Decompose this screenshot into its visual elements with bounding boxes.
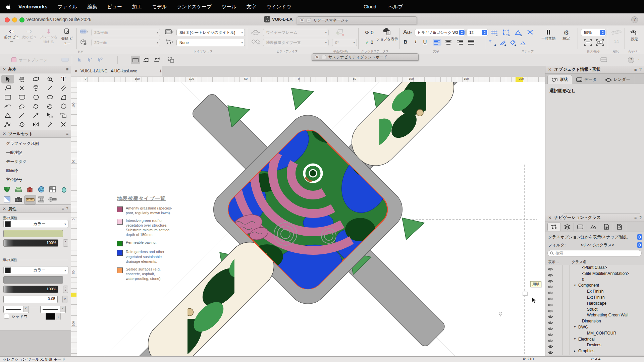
snap-smart-angle-icon[interactable] — [519, 39, 527, 47]
viewport-style-icon[interactable] — [251, 39, 261, 45]
navigation-header[interactable]: ✕ ナビゲーション - クラス ≡ ? — [545, 214, 644, 222]
font-style-icon[interactable]: Aa▾ — [402, 29, 413, 36]
align-justify-button[interactable] — [467, 39, 476, 46]
eyedropper-tool[interactable] — [15, 111, 28, 120]
double-line-tool[interactable] — [57, 84, 70, 93]
menu-item[interactable]: ビュー — [107, 4, 122, 10]
tab-data[interactable]: データ — [572, 75, 601, 84]
line-style-end-select[interactable]: ˅ — [40, 306, 66, 313]
class-row[interactable]: Ext Finish — [545, 295, 644, 301]
viewport-style-select[interactable]: 地表被覆タイプ一覧 — [263, 39, 329, 46]
zoom-tool[interactable] — [44, 75, 56, 83]
ellipse-tool[interactable] — [44, 93, 56, 102]
regular-polygon-tool[interactable] — [57, 102, 70, 111]
class-row[interactable]: MM_CONTOUR — [545, 330, 644, 337]
fill-mode-select[interactable]: カラー — [3, 220, 68, 228]
snap-point-icon[interactable] — [488, 39, 497, 47]
autoplane-toggle[interactable]: オートプレーン — [19, 57, 47, 63]
visibility-eye-icon[interactable] — [548, 350, 553, 355]
panel-help-icon[interactable]: ? — [639, 216, 642, 220]
snap-pause-button[interactable]: 一時無効 — [539, 29, 558, 41]
camera-tool[interactable] — [13, 195, 24, 204]
class-row[interactable]: DWG — [545, 324, 644, 330]
class-list[interactable]: <Plant Class> <Site Modifier Annotation> — [545, 265, 644, 355]
sustainability-palette-bar[interactable]: ✕ − サステナビリティダッシュボード — [312, 53, 419, 61]
class-row[interactable]: <Site Modifier Annotation> — [545, 271, 644, 277]
panel-help-icon[interactable]: ? — [639, 67, 642, 72]
expand-arrow-icon[interactable] — [574, 350, 577, 353]
line-weight-field[interactable]: 0.05 — [3, 296, 58, 303]
help-button[interactable]: ? — [631, 16, 638, 23]
stepper-icon[interactable] — [637, 242, 642, 248]
view-mode-select[interactable]: 2D/平面 — [91, 29, 160, 36]
fill-opacity-slider[interactable]: 100% — [3, 239, 58, 247]
horizontal-ruler[interactable]: 015010050050100150200 — [77, 77, 545, 82]
palette-menu-icon[interactable]: ≡ — [66, 67, 68, 72]
close-tab-icon[interactable]: ✕ — [74, 69, 78, 73]
filter-value[interactable]: <すべてのクラス> — [581, 242, 634, 248]
panel-menu-icon[interactable]: ≡ — [634, 67, 637, 72]
freehand-tool[interactable] — [1, 102, 14, 111]
class-row[interactable]: Dimension — [545, 318, 644, 324]
toolset-item[interactable]: 図面枠 — [0, 166, 71, 175]
layers-tab-icon[interactable] — [561, 223, 574, 231]
triangle-tool[interactable] — [1, 111, 14, 120]
saved-views-tab-icon[interactable] — [587, 223, 600, 231]
cursor-plus-mode-icon[interactable] — [85, 56, 95, 64]
view-settings-button[interactable]: 設定 — [627, 29, 642, 42]
stepper-icon[interactable] — [600, 30, 605, 35]
underline-button[interactable]: U — [421, 39, 429, 45]
align-center-button[interactable] — [444, 39, 453, 46]
bolt-tool[interactable] — [47, 195, 58, 204]
menu-item[interactable]: ウインドウ — [266, 4, 291, 10]
maximize-window-button[interactable] — [19, 17, 24, 22]
align-plane-button[interactable]: ⬇プレーンを 揃える — [38, 28, 59, 44]
site-tool[interactable] — [13, 185, 24, 194]
terrain-tool[interactable] — [15, 102, 28, 111]
align-left-button[interactable] — [433, 39, 441, 46]
split-tool[interactable] — [44, 120, 56, 129]
class-row[interactable]: Webnetting Green Wall — [545, 312, 644, 318]
class-row[interactable]: Struct — [545, 307, 644, 313]
references-tab-icon[interactable] — [613, 223, 626, 231]
italic-button[interactable]: I — [412, 39, 419, 45]
palette-help-icon[interactable]: ? — [66, 206, 68, 211]
select-similar-tool[interactable] — [44, 111, 56, 120]
class-select-icon[interactable] — [165, 39, 174, 45]
class-row[interactable]: Electrical — [545, 337, 644, 343]
font-name-select[interactable]: ヒラギノ角ゴシック W3 — [415, 29, 466, 36]
stepper-icon[interactable] — [637, 234, 642, 240]
line-weight-stepper[interactable]: ˅ — [62, 296, 67, 303]
class-row[interactable]: Component — [545, 283, 644, 289]
toolset-item[interactable]: グラフィック凡例 — [0, 139, 71, 148]
close-icon[interactable]: ✕ — [3, 206, 6, 211]
object-info-header[interactable]: ✕ オブジェクト情報 - 形状 ≡ ? — [545, 66, 644, 74]
line-tool[interactable] — [44, 84, 56, 93]
fill-color-bar[interactable] — [3, 230, 63, 237]
classes-tab-icon[interactable] — [547, 223, 561, 231]
grid-tool[interactable] — [47, 185, 58, 194]
expand-arrow-icon[interactable] — [574, 284, 577, 287]
render-mode-select[interactable]: ワイヤーフレーム — [263, 29, 329, 36]
plants-tool[interactable] — [1, 185, 13, 194]
class-row[interactable]: Ex Finish — [545, 289, 644, 295]
magic-wand-tool[interactable] — [30, 111, 42, 120]
lasso-marquee-mode[interactable] — [142, 56, 151, 64]
render-teapot-icon[interactable] — [251, 29, 261, 36]
tab-shape[interactable]: 形状 — [547, 75, 572, 84]
text-tool[interactable]: T — [57, 75, 70, 83]
saved-views-button[interactable]: 登録 ビュー — [60, 28, 74, 46]
menu-item[interactable]: モデル — [152, 4, 167, 10]
selection-tool[interactable] — [1, 75, 14, 83]
palette-menu-icon[interactable]: ≡ — [61, 206, 64, 211]
class-select[interactable]: None — [176, 39, 245, 46]
close-icon[interactable]: ✕ — [548, 215, 551, 220]
shadow-menu-icon[interactable]: ⋮ — [56, 313, 61, 320]
layer-select-icon[interactable] — [165, 29, 174, 35]
arc-tool[interactable] — [57, 93, 70, 102]
plane-mode-icon[interactable] — [61, 57, 69, 62]
minimize-window-button[interactable] — [12, 17, 17, 22]
snap-settings-button[interactable]: ⚙設定 — [559, 29, 573, 41]
menu-item[interactable]: ツール — [222, 4, 236, 10]
plane-mode-select[interactable]: 2D平面 — [91, 39, 160, 46]
